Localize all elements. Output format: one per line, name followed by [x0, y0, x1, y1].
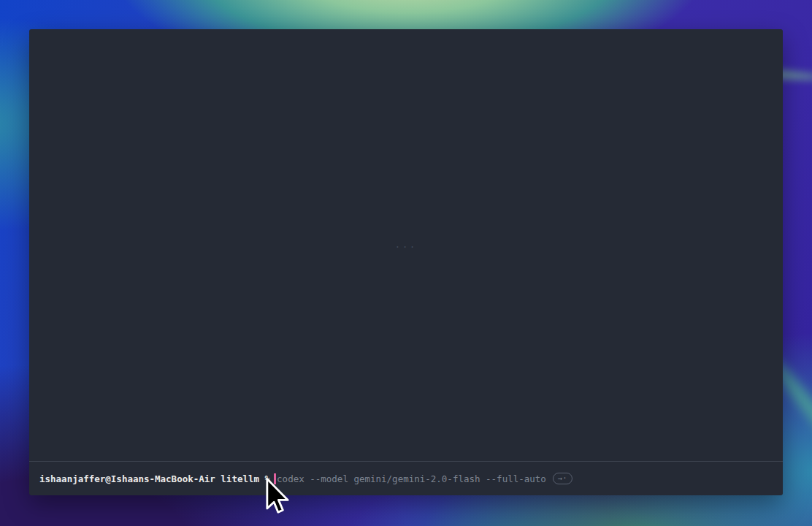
text-cursor [274, 473, 276, 484]
terminal-body[interactable]: ··· [29, 29, 783, 461]
right-arrow-key-icon: →· [553, 473, 572, 484]
shell-prompt: ishaanjaffer@Ishaans-MacBook-Air litellm… [39, 473, 270, 484]
autosuggestion-text: codex --model gemini/gemini-2.0-flash --… [277, 473, 546, 484]
terminal-loading-ellipsis: ··· [395, 242, 418, 252]
terminal-input-line[interactable]: ishaanjaffer@Ishaans-MacBook-Air litellm… [29, 462, 783, 495]
terminal-window[interactable]: ··· ishaanjaffer@Ishaans-MacBook-Air lit… [29, 29, 783, 495]
